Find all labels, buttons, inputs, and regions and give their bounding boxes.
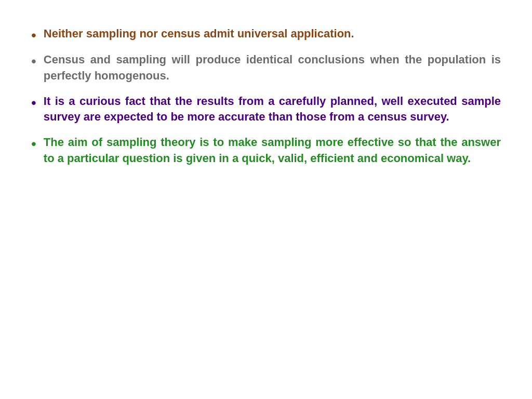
bullet-dot-4: • bbox=[31, 137, 36, 151]
list-item: • Census and sampling will produce ident… bbox=[31, 52, 501, 84]
bullet-text-3: It is a curious fact that the results fr… bbox=[44, 94, 501, 126]
list-item: • It is a curious fact that the results … bbox=[31, 94, 501, 126]
bullet-dot-2: • bbox=[31, 54, 36, 69]
list-item: • The aim of sampling theory is to make … bbox=[31, 135, 501, 167]
bullet-text-1: Neither sampling nor census admit univer… bbox=[44, 26, 501, 42]
list-item: • Neither sampling nor census admit univ… bbox=[31, 26, 501, 43]
slide: • Neither sampling nor census admit univ… bbox=[0, 0, 532, 399]
bullet-text-2: Census and sampling will produce identic… bbox=[44, 52, 501, 84]
bullet-dot-3: • bbox=[31, 96, 36, 110]
bullet-list: • Neither sampling nor census admit univ… bbox=[31, 26, 501, 167]
bullet-text-4: The aim of sampling theory is to make sa… bbox=[44, 135, 501, 167]
bullet-dot-1: • bbox=[31, 28, 36, 43]
